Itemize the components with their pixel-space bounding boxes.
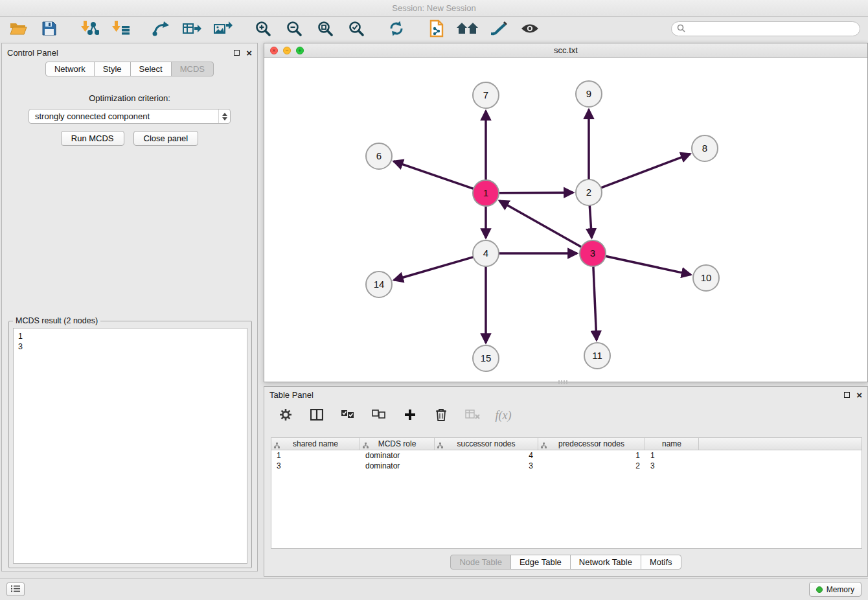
export-image-button[interactable] — [212, 19, 233, 40]
mcds-result-list[interactable]: 1 3 — [13, 328, 247, 564]
global-search-field[interactable] — [671, 21, 860, 36]
global-search-input[interactable] — [689, 25, 854, 34]
run-mcds-button[interactable]: Run MCDS — [61, 131, 124, 146]
cell-successor-nodes[interactable]: 4 — [435, 451, 538, 460]
control-panel-tabs: Network Style Select MCDS — [2, 62, 257, 76]
graph-node-6[interactable] — [366, 143, 392, 169]
delete-table-button[interactable] — [464, 407, 481, 424]
graph-node-15[interactable] — [473, 345, 499, 371]
close-panel-icon[interactable]: × — [246, 48, 252, 58]
graph-edge-3-1[interactable] — [499, 201, 582, 247]
minimize-window-icon[interactable]: − — [283, 47, 291, 54]
graph-node-4[interactable] — [473, 240, 499, 266]
column-header-mcds-role[interactable]: MCDS role — [360, 438, 435, 450]
deselect-all-rows-button[interactable] — [371, 407, 387, 424]
cell-name[interactable]: 3 — [645, 461, 699, 470]
float-panel-icon[interactable] — [234, 50, 240, 56]
graph-node-9[interactable] — [576, 81, 602, 107]
graph-node-7[interactable] — [473, 82, 499, 108]
graph-node-3[interactable] — [580, 240, 606, 266]
cell-predecessor-nodes[interactable]: 1 — [538, 451, 645, 460]
table-row[interactable]: 3 dominator 3 2 3 — [271, 461, 862, 471]
maximize-window-icon[interactable]: + — [296, 47, 304, 54]
show-graphics-button[interactable] — [520, 19, 540, 40]
graph-edge-1-6[interactable] — [394, 161, 474, 189]
cell-shared-name[interactable]: 1 — [271, 451, 360, 460]
cell-name[interactable]: 1 — [645, 451, 699, 460]
graph-edge-2-8[interactable] — [601, 154, 691, 188]
task-history-button[interactable] — [6, 583, 25, 596]
tab-style[interactable]: Style — [94, 62, 131, 76]
document-share-icon — [429, 19, 444, 40]
refresh-layout-button[interactable] — [386, 19, 407, 40]
tab-motifs[interactable]: Motifs — [641, 555, 681, 570]
graph-node-2[interactable] — [576, 179, 602, 205]
close-table-panel-icon[interactable]: × — [856, 390, 862, 400]
tab-edge-table[interactable]: Edge Table — [510, 555, 571, 570]
graph-edge-3-11[interactable] — [593, 266, 597, 340]
folder-icon — [9, 21, 27, 38]
graph-edge-3-10[interactable] — [606, 256, 691, 275]
dropdown-stepper-icon — [218, 110, 230, 123]
tab-mcds[interactable]: MCDS — [171, 62, 214, 76]
zoom-out-button[interactable] — [284, 19, 304, 40]
cell-shared-name[interactable]: 3 — [271, 461, 360, 470]
control-panel-header: Control Panel × — [2, 43, 257, 62]
delete-column-button[interactable] — [433, 407, 450, 424]
save-session-button[interactable] — [39, 19, 60, 40]
add-column-button[interactable] — [402, 407, 418, 424]
network-graph-svg[interactable]: 7968124314101511 — [264, 58, 867, 382]
graph-edge-1-2[interactable] — [499, 192, 573, 193]
zoom-in-button[interactable] — [253, 19, 273, 40]
graph-edge-4-14[interactable] — [394, 257, 474, 281]
table-row[interactable]: 1 dominator 4 1 1 — [271, 450, 862, 461]
criterion-dropdown[interactable]: strongly connected component — [29, 109, 231, 124]
network-document-button[interactable] — [426, 19, 447, 40]
homes-icon — [457, 21, 479, 38]
tab-node-table[interactable]: Node Table — [450, 555, 511, 570]
column-header-shared-name[interactable]: shared name — [271, 438, 360, 450]
network-canvas[interactable]: 7968124314101511 — [264, 58, 867, 382]
cell-mcds-role[interactable]: dominator — [360, 461, 435, 470]
splitter-handle[interactable] — [558, 380, 569, 384]
paint-style-button[interactable] — [488, 19, 509, 40]
table-settings-button[interactable] — [277, 407, 294, 424]
tab-network[interactable]: Network — [45, 62, 95, 76]
tab-network-table[interactable]: Network Table — [570, 555, 641, 570]
graph-node-11[interactable] — [584, 343, 610, 369]
column-visibility-button[interactable] — [308, 407, 325, 424]
cell-successor-nodes[interactable]: 3 — [435, 461, 538, 470]
function-builder-button[interactable]: f(x) — [495, 407, 512, 424]
import-table-button[interactable] — [110, 19, 131, 40]
zoom-selected-button[interactable] — [346, 19, 367, 40]
graph-node-10[interactable] — [693, 265, 719, 291]
column-header-predecessor-nodes[interactable]: predecessor nodes — [538, 438, 645, 450]
cell-predecessor-nodes[interactable]: 2 — [538, 461, 645, 470]
float-table-panel-icon[interactable] — [844, 392, 850, 398]
zoom-fit-button[interactable] — [315, 19, 336, 40]
import-network-button[interactable] — [79, 19, 100, 40]
cell-mcds-role[interactable]: dominator — [360, 451, 435, 460]
select-all-rows-button[interactable] — [339, 407, 356, 424]
column-type-icon — [274, 441, 280, 450]
mcds-result-item: 3 — [18, 341, 242, 352]
graph-edge-2-3[interactable] — [589, 205, 591, 238]
export-table-button[interactable] — [181, 19, 202, 40]
zoom-tool-group — [253, 19, 367, 40]
network-window-titlebar[interactable]: × − + scc.txt — [264, 43, 867, 58]
graph-node-8[interactable] — [692, 135, 718, 161]
close-panel-button[interactable]: Close panel — [133, 131, 199, 146]
graph-node-1[interactable] — [473, 180, 499, 206]
export-tool-group — [150, 19, 233, 40]
tab-select[interactable]: Select — [130, 62, 172, 76]
open-session-button[interactable] — [8, 19, 29, 40]
home-button[interactable] — [457, 19, 478, 40]
graph-node-14[interactable] — [366, 271, 392, 297]
window-title: Session: New Session — [392, 3, 475, 13]
mcds-result-item: 1 — [18, 331, 242, 341]
column-header-successor-nodes[interactable]: successor nodes — [435, 438, 538, 450]
close-window-icon[interactable]: × — [270, 47, 278, 54]
column-header-name[interactable]: name — [645, 438, 699, 450]
memory-button[interactable]: Memory — [809, 582, 862, 597]
export-network-button[interactable] — [150, 19, 171, 40]
